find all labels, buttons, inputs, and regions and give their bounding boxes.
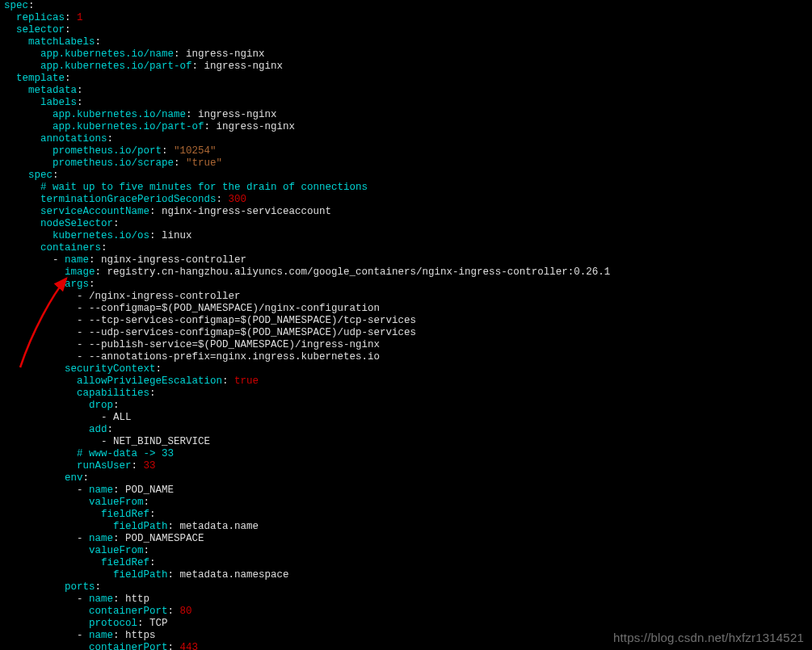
code-line: runAsUser: 33 <box>4 460 812 472</box>
code-line: protocol: TCP <box>4 618 812 630</box>
code-line: securityContext: <box>4 363 812 375</box>
code-line: selector: <box>4 24 812 36</box>
code-line: args: <box>4 279 812 291</box>
code-line: - name: POD_NAMESPACE <box>4 533 812 545</box>
code-line: containerPort: 80 <box>4 606 812 618</box>
code-line: add: <box>4 424 812 436</box>
code-line: - --annotations-prefix=nginx.ingress.kub… <box>4 351 812 363</box>
code-line: prometheus.io/port: "10254" <box>4 145 812 157</box>
code-line: labels: <box>4 97 812 109</box>
code-line: valueFrom: <box>4 545 812 557</box>
code-line: app.kubernetes.io/name: ingress-nginx <box>4 109 812 121</box>
code-line: matchLabels: <box>4 36 812 48</box>
code-line: app.kubernetes.io/part-of: ingress-nginx <box>4 61 812 73</box>
code-line: - name: POD_NAME <box>4 484 812 497</box>
code-line: - /nginx-ingress-controller <box>4 291 812 303</box>
code-line: allowPrivilegeEscalation: true <box>4 375 812 388</box>
code-line: serviceAccountName: nginx-ingress-servic… <box>4 206 812 218</box>
yaml-code-block[interactable]: spec: replicas: 1 selector: matchLabels:… <box>0 0 812 650</box>
code-line: nodeSelector: <box>4 218 812 230</box>
code-line: fieldPath: metadata.name <box>4 521 812 533</box>
code-line: # wait up to five minutes for the drain … <box>4 182 812 194</box>
code-line: - name: http <box>4 593 812 606</box>
code-line: metadata: <box>4 85 812 97</box>
code-line: replicas: 1 <box>4 12 812 24</box>
code-line: image: registry.cn-hangzhou.aliyuncs.com… <box>4 266 812 279</box>
code-line: - --tcp-services-configmap=$(POD_NAMESPA… <box>4 315 812 327</box>
code-line: env: <box>4 472 812 484</box>
code-line: - ALL <box>4 412 812 424</box>
code-line: template: <box>4 73 812 85</box>
code-line: spec: <box>4 170 812 182</box>
code-line: drop: <box>4 400 812 412</box>
code-line: ports: <box>4 581 812 593</box>
code-line: - name: nginx-ingress-controller <box>4 254 812 266</box>
watermark-text: https://blog.csdn.net/hxfzr1314521 <box>613 631 804 644</box>
code-line: - --udp-services-configmap=$(POD_NAMESPA… <box>4 327 812 339</box>
code-line: kubernetes.io/os: linux <box>4 230 812 242</box>
code-line: - NET_BIND_SERVICE <box>4 436 812 448</box>
code-line: annotations: <box>4 133 812 145</box>
code-line: valueFrom: <box>4 497 812 509</box>
code-line: containers: <box>4 242 812 254</box>
code-line: prometheus.io/scrape: "true" <box>4 157 812 170</box>
code-line: # www-data -> 33 <box>4 448 812 460</box>
code-line: spec: <box>4 0 812 12</box>
code-line: - --publish-service=$(POD_NAMESPACE)/ing… <box>4 339 812 351</box>
code-line: fieldRef: <box>4 509 812 521</box>
code-line: capabilities: <box>4 388 812 400</box>
code-line: fieldRef: <box>4 557 812 569</box>
code-line: app.kubernetes.io/part-of: ingress-nginx <box>4 121 812 133</box>
code-line: - --configmap=$(POD_NAMESPACE)/nginx-con… <box>4 303 812 315</box>
code-line: fieldPath: metadata.namespace <box>4 569 812 581</box>
code-line: terminationGracePeriodSeconds: 300 <box>4 194 812 206</box>
code-line: app.kubernetes.io/name: ingress-nginx <box>4 48 812 61</box>
